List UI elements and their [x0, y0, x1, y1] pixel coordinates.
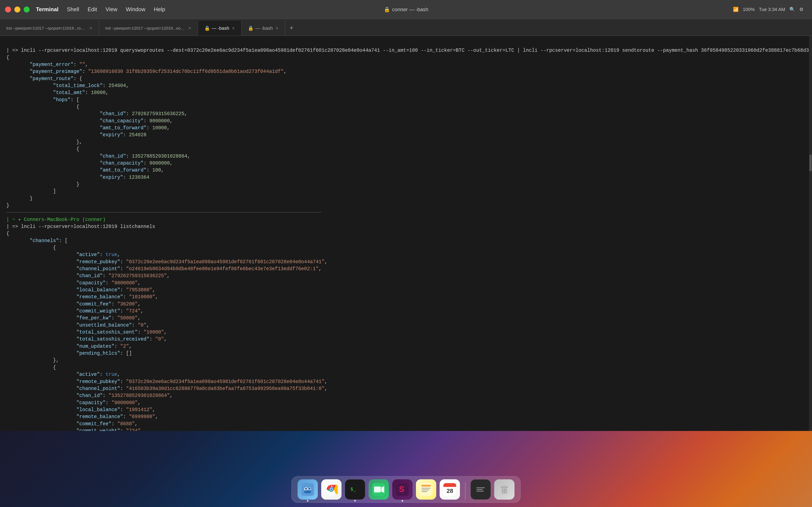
lock-tab2-icon: 🔒 — [248, 25, 254, 31]
tab-1[interactable]: lnd --peerport=11017 --rpcport=11019...r… — [0, 21, 99, 36]
control-center-icon[interactable]: ⚙ — [799, 7, 804, 12]
scrollbar[interactable] — [809, 36, 812, 431]
search-icon[interactable]: 🔍 — [790, 7, 795, 12]
svg-point-4 — [305, 488, 307, 489]
close-button[interactable] — [5, 7, 11, 12]
dock-icon-finder[interactable] — [298, 479, 318, 500]
svg-point-5 — [309, 488, 310, 489]
lock-tab-icon: 🔒 — [204, 25, 210, 31]
svg-rect-0 — [301, 483, 314, 496]
wifi-icon: 📶 — [733, 7, 739, 12]
new-tab-button[interactable]: + — [285, 21, 298, 36]
menu-bar: Terminal Shell Edit View Window Help — [36, 6, 165, 13]
svg-text:28: 28 — [447, 488, 453, 494]
svg-text:S: S — [399, 485, 404, 494]
dock-icon-notes[interactable] — [416, 479, 436, 500]
tab-3-close[interactable]: ✕ — [232, 26, 235, 31]
svg-rect-30 — [476, 489, 483, 490]
dock-icon-terminal[interactable]: $_ — [345, 479, 365, 500]
menu-help[interactable]: Help — [154, 6, 165, 13]
minimize-button[interactable] — [14, 7, 20, 12]
menu-terminal[interactable]: Terminal — [36, 6, 58, 13]
dock-divider — [465, 483, 465, 500]
svg-rect-22 — [421, 490, 429, 490]
dock-icon-chrome[interactable] — [321, 479, 342, 500]
svg-rect-26 — [444, 485, 456, 487]
svg-rect-29 — [476, 487, 485, 488]
menu-edit[interactable]: Edit — [88, 6, 97, 13]
tab-3[interactable]: 🔒 — -bash ✕ — [198, 21, 242, 36]
titlebar: Terminal Shell Edit View Window Help 🔒 c… — [0, 0, 812, 19]
dock-icon-trash[interactable] — [494, 479, 514, 500]
dock-dot-finder — [307, 500, 308, 502]
lock-icon: 🔒 — [384, 7, 390, 12]
svg-rect-6 — [304, 490, 311, 493]
svg-rect-31 — [476, 491, 484, 492]
dock-area: $_ S — [0, 431, 812, 507]
scrollbar-thumb[interactable] — [809, 155, 812, 171]
tab-bar: lnd --peerport=11017 --rpcport=11019...r… — [0, 19, 812, 36]
tab-1-close[interactable]: ✕ — [89, 26, 92, 31]
svg-point-11 — [330, 489, 333, 491]
dock-dot-terminal — [354, 500, 356, 502]
window-controls — [0, 7, 30, 12]
time-display: Tue 3:34 AM — [759, 7, 785, 12]
dock-icon-blackbox[interactable] — [470, 479, 491, 500]
maximize-button[interactable] — [24, 7, 30, 12]
menu-view[interactable]: View — [105, 6, 117, 13]
svg-rect-15 — [374, 487, 381, 493]
dock: $_ S — [291, 476, 521, 503]
tab-2[interactable]: lnd --peerport=12017 --rpcport=12019...o… — [99, 21, 198, 36]
svg-rect-23 — [421, 491, 427, 492]
dock-dot-slack — [402, 500, 403, 502]
dock-icon-slack[interactable]: S — [392, 479, 413, 500]
svg-rect-35 — [503, 485, 506, 487]
system-icons: 📶 100% Tue 3:34 AM 🔍 ⚙ — [733, 7, 804, 12]
tab-4[interactable]: 🔒 — -bash ✕ — [242, 21, 285, 36]
window-title: 🔒 conner — -bash — [384, 7, 428, 12]
tab-2-close[interactable]: ✕ — [188, 26, 191, 31]
menu-window[interactable]: Window — [126, 6, 145, 13]
dock-icon-calendar[interactable]: 28 — [440, 479, 460, 500]
dock-icon-facetime[interactable] — [368, 479, 389, 500]
tab-4-close[interactable]: ✕ — [275, 26, 278, 31]
svg-text:$_: $_ — [350, 486, 356, 492]
svg-rect-21 — [421, 488, 431, 489]
menu-shell[interactable]: Shell — [67, 6, 79, 13]
svg-rect-20 — [421, 485, 431, 487]
terminal-content[interactable]: | => lncli --rpcserver=localhost:12019 q… — [0, 36, 812, 431]
battery-icon: 100% — [743, 7, 755, 12]
